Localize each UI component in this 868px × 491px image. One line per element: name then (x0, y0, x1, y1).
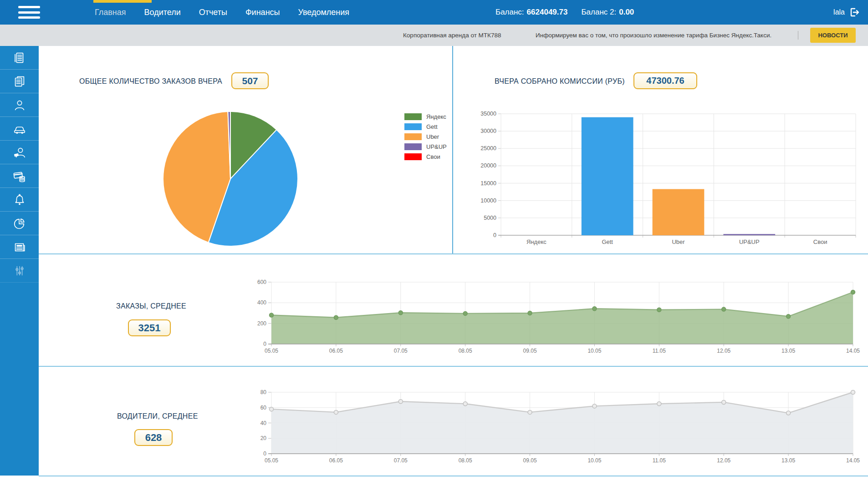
svg-text:20: 20 (260, 435, 267, 441)
balance-block: Баланс:6624049.73 Баланс 2:0.00 (495, 0, 634, 25)
pie-chart-icon (13, 217, 26, 230)
sidebar-item-settings-sliders[interactable] (0, 259, 39, 283)
svg-text:20000: 20000 (480, 162, 496, 169)
data-point-12.05[interactable] (722, 307, 726, 311)
legend-swatch (404, 153, 422, 160)
pie-legend: ЯндексGettUberUP&UPСвои (404, 113, 447, 160)
data-point-07.05[interactable] (398, 400, 403, 404)
drivers-area-chart[interactable]: 02040608005.0506.0507.0508.0509.0510.051… (246, 381, 868, 471)
sidebar (0, 46, 39, 476)
panel-vertical-divider (452, 46, 453, 254)
svg-text:06.05: 06.05 (329, 457, 343, 464)
data-point-05.05[interactable] (270, 313, 274, 317)
bar-Uber[interactable] (653, 189, 705, 235)
settings-sliders-icon (13, 264, 26, 278)
nav-item-1[interactable]: Водители (135, 0, 190, 25)
svg-text:0: 0 (263, 341, 266, 347)
document-edit-icon (13, 51, 26, 65)
data-point-05.05[interactable] (270, 407, 274, 411)
legend-label: Свои (426, 153, 440, 160)
data-point-13.05[interactable] (786, 411, 791, 415)
nav-item-3[interactable]: Финансы (236, 0, 289, 25)
news-icon (12, 240, 27, 254)
hamburger-icon (18, 6, 40, 8)
orders-pie-chart[interactable] (150, 99, 314, 263)
balance-2-value: 0.00 (619, 8, 634, 16)
bar-Gett[interactable] (582, 117, 633, 235)
svg-text:11.05: 11.05 (653, 348, 666, 354)
balance-2: Баланс 2:0.00 (581, 8, 634, 17)
data-point-07.05[interactable] (398, 311, 403, 315)
svg-text:05.05: 05.05 (265, 348, 278, 354)
legend-swatch (404, 143, 422, 150)
panel-title: ВЧЕРА СОБРАНО КОМИССИИ (РУБ) (495, 77, 625, 86)
data-point-09.05[interactable] (528, 410, 532, 414)
sidebar-item-driver[interactable] (0, 93, 39, 117)
driver-icon (13, 98, 26, 112)
balance-1: Баланс:6624049.73 (495, 8, 567, 17)
nav-item-0[interactable]: Главная (86, 0, 135, 25)
svg-text:05.05: 05.05 (265, 457, 278, 464)
sidebar-item-news[interactable] (0, 235, 39, 259)
documents-icon (13, 75, 26, 88)
data-point-10.05[interactable] (592, 307, 597, 311)
data-point-06.05[interactable] (334, 410, 338, 414)
svg-text:11.05: 11.05 (653, 457, 666, 464)
nav-item-2[interactable]: Отчеты (190, 0, 236, 25)
svg-text:40: 40 (260, 420, 267, 426)
svg-text:12.05: 12.05 (717, 457, 730, 464)
svg-text:14.05: 14.05 (846, 348, 860, 354)
logout-icon[interactable] (849, 7, 860, 18)
data-point-11.05[interactable] (657, 402, 661, 406)
legend-item-Яндекс[interactable]: Яндекс (404, 113, 447, 120)
bar-chart-canvas[interactable]: 05000100001500020000250003000035000Яндек… (455, 104, 868, 248)
svg-text:35000: 35000 (480, 111, 496, 117)
menu-button[interactable] (18, 6, 40, 19)
svg-text:80: 80 (260, 389, 267, 395)
bell-icon (13, 193, 26, 207)
legend-item-Свои[interactable]: Свои (404, 153, 447, 160)
data-point-13.05[interactable] (786, 314, 791, 319)
bar-UP&UP[interactable] (723, 234, 775, 235)
data-point-12.05[interactable] (722, 400, 726, 404)
news-button[interactable]: НОВОСТИ (810, 28, 856, 43)
data-point-06.05[interactable] (334, 315, 338, 319)
sidebar-item-pie-chart[interactable] (0, 212, 39, 235)
data-point-11.05[interactable] (657, 308, 661, 312)
orders-area-canvas[interactable]: 020040060005.0506.0507.0508.0509.0510.05… (246, 272, 868, 361)
svg-text:Яндекс: Яндекс (526, 238, 546, 245)
sidebar-item-car[interactable] (0, 117, 39, 141)
sidebar-item-bell[interactable] (0, 188, 39, 212)
svg-text:Свои: Свои (813, 238, 827, 245)
data-point-14.05[interactable] (851, 290, 855, 294)
svg-text:12.05: 12.05 (717, 348, 730, 354)
legend-item-UP&UP[interactable]: UP&UP (404, 143, 447, 150)
sidebar-item-documents[interactable] (0, 70, 39, 93)
data-point-08.05[interactable] (463, 311, 467, 315)
svg-text:30000: 30000 (480, 128, 496, 134)
svg-text:5000: 5000 (484, 215, 496, 221)
commission-bar-chart[interactable]: 05000100001500020000250003000035000Яндек… (455, 104, 868, 248)
nav-item-4[interactable]: Уведомления (289, 0, 359, 25)
nav-menu: ГлавнаяВодителиОтчетыФинансыУведомления (86, 0, 358, 25)
data-point-14.05[interactable] (851, 390, 855, 395)
legend-item-Gett[interactable]: Gett (404, 123, 447, 130)
finance-cards-icon (12, 169, 27, 183)
svg-text:08.05: 08.05 (459, 348, 472, 354)
legend-swatch (404, 113, 422, 120)
sidebar-item-driver-payment[interactable] (0, 141, 39, 164)
notice-message-1: Корпоративная аренда от МТК788 (403, 25, 501, 46)
data-point-09.05[interactable] (528, 311, 532, 315)
user-box[interactable]: lala (833, 0, 860, 25)
pie-chart-canvas[interactable] (150, 99, 314, 263)
legend-item-Uber[interactable]: Uber (404, 133, 447, 140)
drivers-area-canvas[interactable]: 02040608005.0506.0507.0508.0509.0510.051… (246, 381, 868, 471)
svg-text:07.05: 07.05 (394, 457, 408, 464)
data-point-08.05[interactable] (463, 402, 467, 406)
sidebar-item-document-edit[interactable] (0, 46, 39, 70)
sidebar-item-finance-cards[interactable] (0, 164, 39, 188)
orders-area-chart[interactable]: 020040060005.0506.0507.0508.0509.0510.05… (246, 272, 868, 361)
section-divider (39, 366, 868, 367)
svg-text:13.05: 13.05 (781, 348, 795, 354)
data-point-10.05[interactable] (592, 404, 597, 408)
